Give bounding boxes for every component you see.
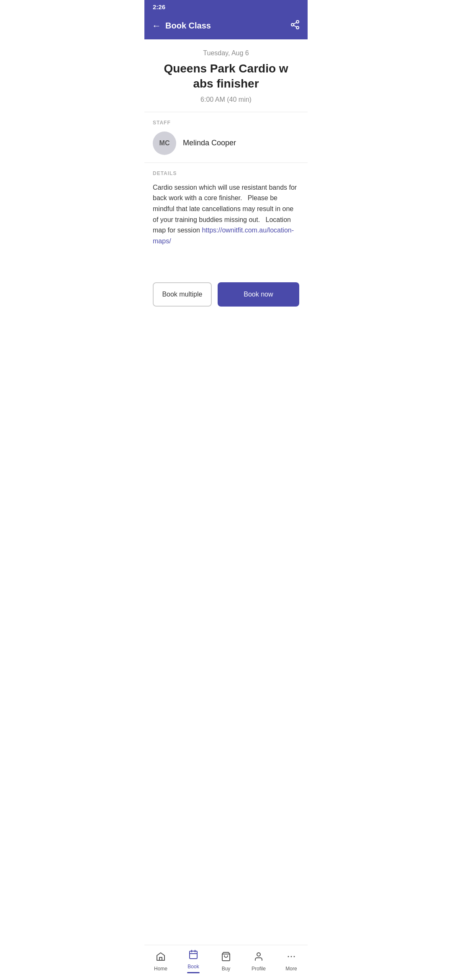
staff-label: STAFF (153, 120, 299, 126)
book-multiple-button[interactable]: Book multiple (153, 282, 212, 307)
svg-line-3 (294, 26, 297, 27)
svg-line-4 (294, 23, 297, 24)
class-time: 6:00 AM (40 min) (153, 96, 299, 103)
content-area: Tuesday, Aug 6 Queens Park Cardio w abs … (144, 39, 308, 347)
class-date: Tuesday, Aug 6 (153, 49, 299, 57)
staff-name: Melinda Cooper (183, 139, 236, 147)
details-url[interactable]: https://ownitfit.com.au/location-maps/ (153, 227, 294, 245)
staff-avatar: MC (153, 132, 176, 155)
header: ← Book Class (144, 14, 308, 39)
back-icon: ← (152, 21, 161, 31)
action-buttons: Book multiple Book now (144, 276, 308, 313)
staff-section: STAFF MC Melinda Cooper (144, 112, 308, 163)
class-header: Tuesday, Aug 6 Queens Park Cardio w abs … (144, 39, 308, 112)
share-button[interactable] (290, 20, 300, 32)
book-now-button[interactable]: Book now (218, 282, 299, 307)
back-button[interactable]: ← Book Class (152, 21, 211, 31)
staff-row: MC Melinda Cooper (153, 132, 299, 155)
details-section: DETAILS Cardio session which will use re… (144, 163, 308, 259)
share-icon (290, 20, 300, 30)
nav-spacer (144, 313, 308, 347)
staff-initials: MC (159, 139, 170, 147)
class-name: Queens Park Cardio w abs finisher (153, 61, 299, 92)
header-title: Book Class (165, 21, 211, 31)
status-time: 2:26 (153, 3, 165, 10)
status-bar: 2:26 (144, 0, 308, 14)
details-text: Cardio session which will use resistant … (153, 182, 299, 247)
spacer (144, 259, 308, 276)
details-label: DETAILS (153, 170, 299, 176)
